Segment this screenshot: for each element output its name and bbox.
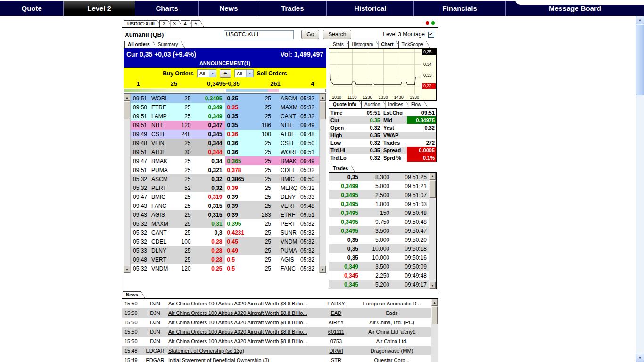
scroll-up-button[interactable]: ▲: [320, 94, 326, 101]
ask-scrollbar[interactable]: ▲ ▼: [319, 94, 326, 273]
tab-news[interactable]: News: [123, 291, 145, 298]
buy-filter-dropdown[interactable]: All ▼: [197, 69, 216, 77]
news-headline-link[interactable]: Statement of Ownership (sc 13g): [168, 348, 320, 354]
news-symbol-link[interactable]: STR: [320, 357, 353, 362]
ask-row[interactable]: 0,3625CSTI09:50: [225, 139, 320, 148]
search-button[interactable]: Search: [323, 30, 351, 39]
bid-row[interactable]: 05:32VNDM1200,25: [131, 264, 225, 273]
scroll-up-button[interactable]: ▲: [429, 173, 436, 180]
announcement-link[interactable]: ANNOUNCEMENT(1): [126, 60, 323, 66]
bid-row[interactable]: 05:32PERT520,32: [131, 183, 225, 192]
ask-row[interactable]: 0,39525PERT05:32: [225, 219, 320, 228]
bid-scrollbar[interactable]: ▲ ▼: [124, 94, 131, 273]
news-symbol-link[interactable]: 601111: [320, 329, 353, 335]
nav-tab-level-2[interactable]: Level 2: [64, 1, 135, 16]
news-headline-link[interactable]: Air China Orders 100 Airbus A320 Aircraf…: [168, 320, 320, 325]
orders-tab-summary[interactable]: Summary: [155, 41, 185, 48]
ask-row[interactable]: 0,423125SUNR05:32: [225, 228, 320, 237]
news-headline-link[interactable]: Air China Orders 100 Airbus A320 Aircraf…: [168, 329, 320, 335]
nav-tab-quote[interactable]: Quote: [0, 1, 64, 16]
bid-row[interactable]: 09:51NITE1200,347: [131, 121, 225, 130]
info-tab-flow[interactable]: Flow: [408, 101, 428, 108]
ask-row[interactable]: 0,3525ASCM05:32: [225, 94, 320, 103]
montage-tab-5[interactable]: 5: [191, 20, 204, 27]
news-scrollbar[interactable]: ▲: [431, 299, 438, 362]
scrollbar-thumb[interactable]: [124, 101, 130, 119]
news-headline-link[interactable]: Air China Orders 100 Airbus A320 Aircraf…: [168, 338, 320, 344]
scrollbar-thumb[interactable]: [320, 101, 326, 119]
ask-row[interactable]: 0,3525CANT05:32: [225, 112, 320, 121]
bid-row[interactable]: 09:47BMAK250,34: [131, 156, 225, 165]
news-symbol-link[interactable]: AIRYY: [320, 320, 353, 325]
symbol-input[interactable]: [224, 30, 294, 39]
ask-row[interactable]: 0,36100ATDF09:48: [225, 130, 320, 139]
bid-row[interactable]: 09:51PUMA250,321: [131, 165, 225, 174]
sell-filter-dropdown[interactable]: All ▼: [234, 69, 254, 77]
scroll-up-button[interactable]: ▲: [431, 299, 438, 306]
bid-row[interactable]: 05:33DLNY250,28: [131, 246, 225, 255]
bid-row[interactable]: 05:32CDEL1000,28: [131, 237, 225, 246]
ask-row[interactable]: 0,525AGIS05:32: [225, 255, 320, 264]
ask-row[interactable]: 0,3925DLNY05:33: [225, 192, 320, 201]
ask-row[interactable]: 0,36525BMAK09:49: [225, 156, 320, 165]
bid-row[interactable]: 09:51ATDF300,344: [131, 148, 225, 156]
nav-tab-financials[interactable]: Financials: [414, 1, 506, 16]
bid-row[interactable]: 09:50ETRF250,349: [131, 103, 225, 112]
ask-row[interactable]: 0,386525BMIC09:50: [225, 174, 320, 183]
orders-tab-all-orders[interactable]: All orders: [124, 41, 157, 48]
bid-row[interactable]: 09:49CSTI2480,345: [131, 130, 225, 139]
scrollbar-thumb[interactable]: [431, 306, 438, 324]
bid-row[interactable]: 09:43FANC250,315: [131, 201, 225, 210]
go-button[interactable]: Go: [301, 30, 319, 39]
news-headline-link[interactable]: Initial Statement of Beneficial Ownershi…: [168, 357, 320, 362]
ask-row[interactable]: 0,3925MERQ05:32: [225, 183, 320, 192]
info-tab-auction[interactable]: Auction: [361, 101, 387, 108]
news-symbol-link[interactable]: EAD: [320, 310, 353, 316]
ask-row[interactable]: 0,37825CDEL05:32: [225, 165, 320, 174]
bid-row[interactable]: 09:48VERT250,28: [131, 255, 225, 264]
scroll-up-button[interactable]: ▲: [636, 16, 644, 24]
ask-row[interactable]: 0,3925VERT09:48: [225, 201, 320, 210]
scroll-up-button[interactable]: ▲: [124, 94, 130, 101]
news-symbol-link[interactable]: EADSY: [320, 301, 353, 306]
ask-row[interactable]: 0,3625WORL09:51: [225, 148, 320, 156]
bid-row[interactable]: 09:51WORL250,3495: [131, 94, 225, 103]
bid-row[interactable]: 09:43AGIS250,315: [131, 210, 225, 219]
ask-row[interactable]: 0,35186NITE09:49: [225, 121, 320, 130]
info-tab-quote-info[interactable]: Quote Info: [330, 101, 363, 108]
scroll-down-button[interactable]: ▼: [124, 266, 130, 273]
trades-scrollbar[interactable]: ▲ ▼: [429, 173, 436, 289]
bid-row[interactable]: 05:32CANT250,3: [131, 228, 225, 237]
montage-tab-usotc-xuii[interactable]: USOTC:XUII: [124, 20, 162, 27]
nav-tab-charts[interactable]: Charts: [135, 1, 199, 16]
ask-row[interactable]: 0,4925PUMA05:32: [225, 246, 320, 255]
chart-tab-histogram[interactable]: Histogram: [348, 41, 380, 48]
news-headline-link[interactable]: Air China Orders 100 Airbus A320 Aircraf…: [168, 301, 320, 306]
level3-montage-checkbox[interactable]: [428, 32, 434, 38]
bid-row[interactable]: 09:51LAMP250,349: [131, 112, 225, 121]
chart-tab-chart[interactable]: Chart: [378, 41, 400, 48]
scrollbar-thumb[interactable]: [636, 25, 644, 95]
bid-row[interactable]: 09:48VFIN250,344: [131, 139, 225, 148]
browser-scrollbar[interactable]: ▲ ▼: [636, 16, 644, 362]
scroll-down-button[interactable]: ▼: [429, 282, 436, 289]
scroll-down-button[interactable]: ▼: [320, 266, 326, 273]
ask-row[interactable]: 0,3525MAXM05:32: [225, 103, 320, 112]
link-filters-button[interactable]: ⚭: [220, 69, 231, 78]
chart-tab-tickscope[interactable]: TickScope: [398, 41, 430, 48]
ask-row[interactable]: 0,39283ETRF09:51: [225, 210, 320, 219]
tab-trades[interactable]: Trades: [330, 165, 355, 172]
bid-row[interactable]: 05:32ASCM250,32: [131, 174, 225, 183]
news-headline-link[interactable]: Air China Orders 100 Airbus A320 Aircraf…: [168, 310, 320, 316]
nav-tab-news[interactable]: News: [199, 1, 258, 16]
info-tab-indices[interactable]: Indices: [385, 101, 410, 108]
bid-row[interactable]: 09:47BMIC250,319: [131, 192, 225, 201]
bid-row[interactable]: 05:32MAXM250,31: [131, 219, 225, 228]
chart-tab-stats[interactable]: Stats: [330, 41, 351, 48]
scrollbar-thumb[interactable]: [429, 180, 436, 198]
nav-tab-historical[interactable]: Historical: [327, 1, 414, 16]
news-symbol-link[interactable]: 0753: [320, 338, 353, 344]
ask-row[interactable]: 0,525FANC05:32: [225, 264, 320, 273]
scroll-down-button[interactable]: ▼: [636, 354, 644, 362]
nav-tab-trades[interactable]: Trades: [258, 1, 327, 16]
